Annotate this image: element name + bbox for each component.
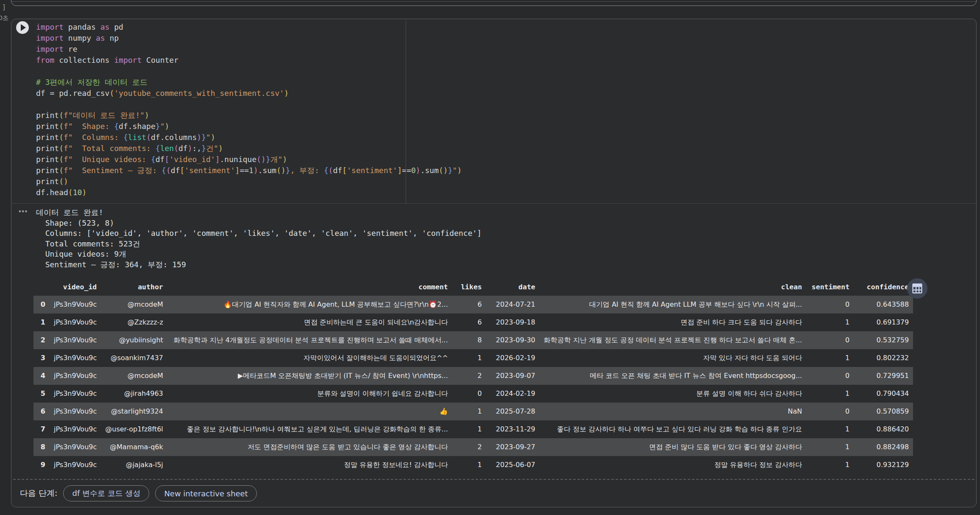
- table-cell: 6: [452, 313, 486, 331]
- table-cell: 6: [452, 296, 486, 313]
- output-line: 데이터 로드 완료!: [36, 207, 482, 218]
- next-steps-label: 다음 단계:: [20, 488, 57, 499]
- run-cell-button[interactable]: [16, 21, 29, 34]
- table-cell: 2023-11-29: [486, 420, 540, 438]
- table-cell: jPs3n9Vou9c: [50, 420, 101, 438]
- table-cell: 0.643588: [854, 296, 913, 313]
- table-cell: 4: [33, 367, 50, 385]
- execution-time: 0초: [0, 14, 8, 22]
- execution-count: ]: [2, 3, 6, 11]
- table-cell: 2024-02-19: [486, 385, 540, 403]
- table-cell: 분류와 설명이 이해하기 쉽네요 감사합니다: [167, 385, 452, 403]
- code-line: print(f" Shape: {df.shape}"): [36, 121, 968, 132]
- table-cell: 1: [33, 313, 50, 331]
- table-cell: 1: [452, 420, 486, 438]
- table-cell: 1: [452, 349, 486, 367]
- previous-cell-edge: [11, 0, 977, 6]
- table-cell: jPs3n9Vou9c: [50, 313, 101, 331]
- table-cell: 0.532759: [854, 331, 913, 349]
- table-cell: @mcodeM: [101, 367, 167, 385]
- table-cell: 좋은 정보 감사합니다!\n하나 여쭤보고 싶은게 있는데, 딥러닝은 강화학습…: [167, 420, 452, 438]
- code-line: print(f" Unique videos: {df['video_id'].…: [36, 154, 968, 165]
- code-line: print(f"데이터 로드 완료!"): [36, 110, 968, 121]
- table-cell: 저도 면접준비하며 많은 도움 받고 있습니다 좋은 영상 감사합니다: [167, 438, 452, 456]
- code-output-divider: [11, 203, 976, 204]
- output-line: Total comments: 523건: [36, 239, 482, 249]
- table-cell: 2025-07-28: [486, 403, 540, 420]
- table-cell: 정말 유용하다 정보 감사하다: [540, 456, 806, 474]
- table-cell: @yubiinsight: [101, 331, 167, 349]
- table-cell: 0.691379: [854, 313, 913, 331]
- table-cell: 2023-09-30: [486, 331, 540, 349]
- table-cell: @user-op1fz8ft6l: [101, 420, 167, 438]
- code-line: # 3편에서 저장한 데이터 로드: [36, 77, 968, 88]
- output-line: Sentiment – 긍정: 364, 부정: 159: [36, 260, 482, 270]
- table-cell: 1: [806, 438, 854, 456]
- table-cell: 2: [33, 331, 50, 349]
- table-row: 3jPs3n9Vou9c@soankim7437자막이있어서 잘이해하는데 도움…: [33, 349, 913, 367]
- table-row: 6jPs3n9Vou9c@starlight9324👍12025-07-28Na…: [33, 403, 913, 420]
- table-cell: 0: [33, 296, 50, 313]
- table-row: 5jPs3n9Vou9c@jirah4963분류와 설명이 이해하기 쉽네요 감…: [33, 385, 913, 403]
- table-cell: @mcodeM: [101, 296, 167, 313]
- table-cell: 자막 있다 자다 하다 도움 되어다: [540, 349, 806, 367]
- table-cell: 5: [33, 385, 50, 403]
- table-cell: jPs3n9Vou9c: [50, 438, 101, 456]
- code-line: print(f" Columns: {list(df.columns)}"): [36, 132, 968, 143]
- output-line: Unique videos: 9개: [36, 249, 482, 260]
- column-ruler: [406, 20, 406, 203]
- table-cell: jPs3n9Vou9c: [50, 331, 101, 349]
- output-line: Shape: (523, 8): [36, 218, 482, 229]
- new-interactive-sheet-button[interactable]: New interactive sheet: [155, 485, 256, 501]
- table-cell: 0: [806, 403, 854, 420]
- code-line: df.head(10): [36, 187, 968, 198]
- table-cell: 0.729951: [854, 367, 913, 385]
- interactive-table-button[interactable]: [907, 278, 927, 299]
- table-cell: jPs3n9Vou9c: [50, 456, 101, 474]
- table-cell: 면접 준비하는데 큰 도움이 되네요\n감사합니다: [167, 313, 452, 331]
- table-cell: @Zzkzzz-z: [101, 313, 167, 331]
- code-line: print(f" Total comments: {len(df):,}건"): [36, 143, 968, 154]
- code-line: import numpy as np: [36, 33, 968, 44]
- table-row: 9jPs3n9Vou9c@jajaka-l5j정말 유용한 정보네요! 감사합니…: [33, 456, 913, 474]
- table-cell: 2024-07-21: [486, 296, 540, 313]
- table-header-row: video_idauthorcommentlikesdatecleansenti…: [33, 279, 913, 296]
- table-header-cell: [33, 279, 50, 296]
- table-cell: 대기업 AI 현직 함께 AI Agent LLM 공부 해보다 싶다 \r\n…: [540, 296, 806, 313]
- table-cell: 1: [452, 456, 486, 474]
- table-cell: 2023-09-18: [486, 313, 540, 331]
- table-cell: 2023-09-27: [486, 438, 540, 456]
- table-cell: 1: [806, 349, 854, 367]
- dataframe-table: video_idauthorcommentlikesdatecleansenti…: [33, 279, 913, 474]
- table-row: 4jPs3n9Vou9c@mcodeM▶메타코드M 오픈채팅방 초대받기 (IT…: [33, 367, 913, 385]
- output-menu-icon[interactable]: ⋯: [18, 207, 28, 217]
- table-cell: 1: [806, 420, 854, 438]
- table-cell: 면접 준비 많다 도움 받다 있다 좋다 영상 감사하다: [540, 438, 806, 456]
- table-row: 2jPs3n9Vou9c@yubiinsight화학공학과 지난 4개월정도 공…: [33, 331, 913, 349]
- code-line: df = pd.read_csv('youtube_comments_with_…: [36, 88, 968, 99]
- table-header-cell: comment: [167, 279, 452, 296]
- table-row: 1jPs3n9Vou9c@Zzkzzz-z면접 준비하는데 큰 도움이 되네요\…: [33, 313, 913, 331]
- table-cell: jPs3n9Vou9c: [50, 349, 101, 367]
- table-cell: @jirah4963: [101, 385, 167, 403]
- table-cell: 면접 준비 하다 크다 도움 되다 감사하다: [540, 313, 806, 331]
- table-cell: jPs3n9Vou9c: [50, 296, 101, 313]
- table-cell: 6: [33, 403, 50, 420]
- table-cell: 0: [806, 367, 854, 385]
- table-cell: 8: [452, 331, 486, 349]
- table-header-cell: date: [486, 279, 540, 296]
- table-cell: 좋다 정보 감사하다 하나 여쭈다 보고 싶다 있다 러닝 강화 학습 하다 종…: [540, 420, 806, 438]
- code-line: import pandas as pd: [36, 22, 968, 33]
- generate-code-button[interactable]: df 변수로 코드 생성: [63, 485, 149, 501]
- table-cell: 2025-06-07: [486, 456, 540, 474]
- table-row: 7jPs3n9Vou9c@user-op1fz8ft6l좋은 정보 감사합니다!…: [33, 420, 913, 438]
- table-cell: 0: [452, 385, 486, 403]
- table-cell: 2: [452, 367, 486, 385]
- table-header-cell: author: [101, 279, 167, 296]
- code-editor[interactable]: import pandas as pdimport numpy as npimp…: [36, 22, 968, 198]
- table-cell: jPs3n9Vou9c: [50, 367, 101, 385]
- table-cell: ▶메타코드M 오픈채팅방 초대받기 (IT 뉴스/ 참여 Event) \r\n…: [167, 367, 452, 385]
- table-cell: NaN: [540, 403, 806, 420]
- table-header-cell: confidence: [854, 279, 913, 296]
- table-cell: 0.886420: [854, 420, 913, 438]
